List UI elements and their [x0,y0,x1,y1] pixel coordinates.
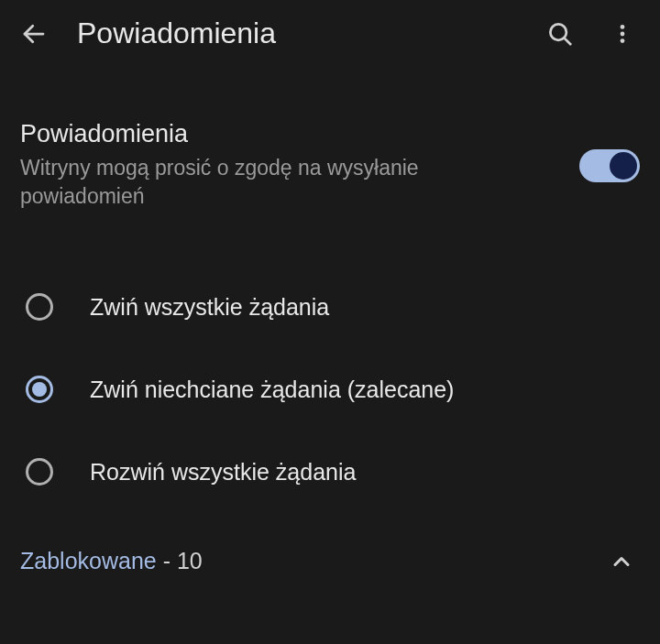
radio-indicator [26,293,53,321]
more-vert-icon [610,22,634,46]
search-icon [546,20,574,48]
radio-option-expand-all[interactable]: Rozwiń wszystkie żądania [20,431,640,513]
blocked-section-header[interactable]: Zablokowane - 10 [20,513,640,574]
back-button[interactable] [20,20,48,48]
request-mode-radio-group: Zwiń wszystkie żądania Zwiń niechciane ż… [20,211,640,513]
radio-label: Rozwiń wszystkie żądania [90,459,356,486]
radio-indicator [26,458,53,486]
radio-label: Zwiń wszystkie żądania [90,294,329,321]
app-header: Powiadomienia [0,0,660,67]
toggle-thumb [610,152,637,180]
notifications-toggle-row: Powiadomienia Witryny mogą prosić o zgod… [20,67,640,211]
content-area: Powiadomienia Witryny mogą prosić o zgod… [0,67,660,574]
radio-option-collapse-all[interactable]: Zwiń wszystkie żądania [20,266,640,348]
arrow-left-icon [20,20,48,48]
notifications-toggle[interactable] [579,149,640,182]
svg-point-3 [621,25,625,29]
collapse-button[interactable] [609,549,634,574]
blocked-section-label: Zablokowane - 10 [20,548,203,574]
blocked-name: Zablokowane [20,548,157,573]
blocked-separator: - [157,548,177,573]
radio-label: Zwiń niechciane żądania (zalecane) [90,377,454,403]
setting-subtitle: Witryny mogą prosić o zgodę na wysyłanie… [20,154,543,211]
page-title: Powiadomienia [77,16,517,50]
radio-option-collapse-unwanted[interactable]: Zwiń niechciane żądania (zalecane) [20,348,640,431]
svg-line-2 [564,38,570,44]
more-button[interactable] [610,22,634,46]
header-actions [546,20,634,48]
setting-text: Powiadomienia Witryny mogą prosić o zgod… [20,120,543,211]
svg-point-4 [621,31,625,36]
blocked-count: 10 [177,548,203,573]
chevron-up-icon [609,549,634,574]
search-button[interactable] [546,20,574,48]
setting-title: Powiadomienia [20,120,543,148]
radio-indicator [26,376,53,403]
svg-point-5 [621,38,625,43]
